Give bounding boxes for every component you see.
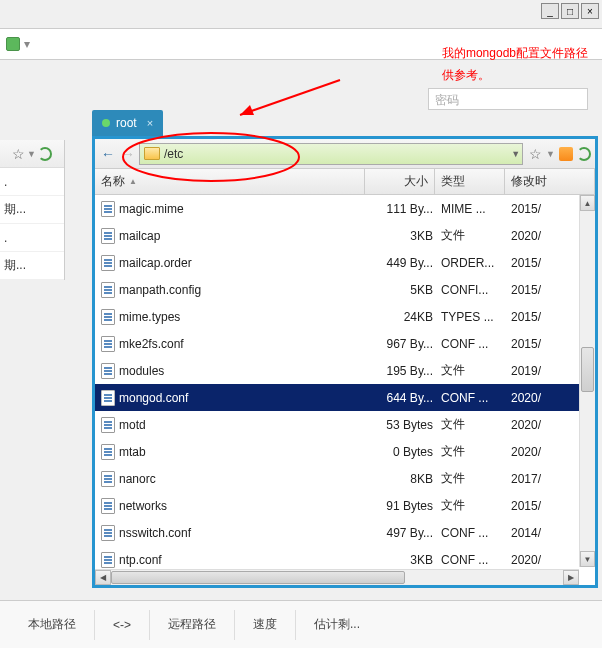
table-row[interactable]: nanorc8KB文件2017/ [95, 465, 595, 492]
file-size: 24KB [371, 310, 441, 324]
table-row[interactable]: mime.types24KBTYPES ...2015/ [95, 303, 595, 330]
table-row[interactable]: nsswitch.conf497 By...CONF ...2014/ [95, 519, 595, 546]
table-row[interactable]: magic.mime111 By...MIME ...2015/ [95, 195, 595, 222]
file-type: CONF ... [441, 553, 511, 567]
column-name[interactable]: 名称▲ [95, 169, 365, 194]
vertical-scrollbar[interactable]: ▲ ▼ [579, 195, 595, 567]
file-name: mongod.conf [119, 391, 188, 405]
file-name: ntp.conf [119, 553, 162, 567]
scroll-thumb-vertical[interactable] [581, 347, 594, 392]
status-remote-path: 远程路径 [150, 610, 235, 640]
file-name: modules [119, 364, 164, 378]
file-type: 文件 [441, 227, 511, 244]
file-icon [101, 390, 115, 406]
bookmark-icon[interactable]: ☆ [529, 146, 542, 162]
column-modified[interactable]: 修改时 [505, 169, 595, 194]
file-type: MIME ... [441, 202, 511, 216]
file-type: 文件 [441, 470, 511, 487]
path-dropdown-icon[interactable]: ▼ [511, 149, 520, 159]
status-eta: 估计剩... [296, 610, 378, 640]
scroll-down-button[interactable]: ▼ [580, 551, 595, 567]
left-sidebar: ☆ ▼ .期....期... [0, 140, 65, 280]
table-row[interactable]: manpath.config5KBCONFI...2015/ [95, 276, 595, 303]
table-row[interactable]: modules195 By...文件2019/ [95, 357, 595, 384]
forward-button[interactable]: → [119, 145, 137, 163]
file-type: 文件 [441, 362, 511, 379]
file-type: TYPES ... [441, 310, 511, 324]
home-icon[interactable] [559, 147, 573, 161]
folder-icon [144, 147, 160, 160]
connection-indicator-icon [6, 37, 20, 51]
bookmark-dropdown-icon[interactable]: ▼ [546, 149, 555, 159]
file-icon [101, 363, 115, 379]
table-row[interactable]: mke2fs.conf967 By...CONF ...2015/ [95, 330, 595, 357]
file-name: mime.types [119, 310, 180, 324]
toolbar-separator: ▾ [24, 37, 30, 51]
table-row[interactable]: mailcap.order449 By...ORDER...2015/ [95, 249, 595, 276]
file-size: 3KB [371, 229, 441, 243]
session-tab[interactable]: root × [92, 110, 163, 136]
horizontal-scrollbar[interactable]: ◀ ▶ [95, 569, 579, 585]
favorite-icon[interactable]: ☆ [12, 146, 25, 162]
file-type: CONFI... [441, 283, 511, 297]
sidebar-item[interactable]: . [0, 224, 64, 252]
table-row[interactable]: mongod.conf644 By...CONF ...2020/ [95, 384, 595, 411]
minimize-button[interactable]: _ [541, 3, 559, 19]
table-row[interactable]: mtab0 Bytes文件2020/ [95, 438, 595, 465]
file-icon [101, 552, 115, 568]
table-row[interactable]: networks91 Bytes文件2015/ [95, 492, 595, 519]
refresh-button[interactable] [577, 147, 591, 161]
annotation-text: 我的mongodb配置文件路径 供参考。 [442, 42, 588, 86]
path-input[interactable]: /etc ▼ [139, 143, 523, 165]
file-icon [101, 417, 115, 433]
file-name: networks [119, 499, 167, 513]
table-row[interactable]: mailcap3KB文件2020/ [95, 222, 595, 249]
scroll-thumb-horizontal[interactable] [111, 571, 405, 584]
file-size: 449 By... [371, 256, 441, 270]
sidebar-item[interactable]: 期... [0, 196, 64, 224]
file-icon [101, 498, 115, 514]
file-icon [101, 309, 115, 325]
file-list: magic.mime111 By...MIME ...2015/mailcap3… [95, 195, 595, 585]
file-icon [101, 201, 115, 217]
scroll-up-button[interactable]: ▲ [580, 195, 595, 211]
annotation-line-1: 我的mongodb配置文件路径 [442, 42, 588, 64]
file-size: 53 Bytes [371, 418, 441, 432]
refresh-icon[interactable] [38, 147, 52, 161]
session-tab-label: root [116, 116, 137, 130]
status-local-path: 本地路径 [10, 610, 95, 640]
sidebar-item[interactable]: . [0, 168, 64, 196]
scroll-right-button[interactable]: ▶ [563, 570, 579, 585]
column-size[interactable]: 大小 [365, 169, 435, 194]
file-icon [101, 525, 115, 541]
file-type: 文件 [441, 497, 511, 514]
file-type: ORDER... [441, 256, 511, 270]
sidebar-item[interactable]: 期... [0, 252, 64, 280]
file-icon [101, 444, 115, 460]
svg-line-0 [240, 80, 340, 115]
file-name: nanorc [119, 472, 156, 486]
file-name: mailcap [119, 229, 160, 243]
close-button[interactable]: × [581, 3, 599, 19]
file-size: 8KB [371, 472, 441, 486]
file-icon [101, 228, 115, 244]
file-type: CONF ... [441, 391, 511, 405]
file-size: 0 Bytes [371, 445, 441, 459]
password-input[interactable]: 密码 [428, 88, 588, 110]
file-type: 文件 [441, 443, 511, 460]
table-row[interactable]: motd53 Bytes文件2020/ [95, 411, 595, 438]
back-button[interactable]: ← [99, 145, 117, 163]
file-size: 644 By... [371, 391, 441, 405]
file-browser-panel: ← → /etc ▼ ☆ ▼ 名称▲ 大小 类型 修改时 magic.mime1… [92, 136, 598, 588]
tab-close-icon[interactable]: × [147, 117, 153, 129]
file-name: motd [119, 418, 146, 432]
dropdown-icon[interactable]: ▼ [27, 149, 36, 159]
file-icon [101, 255, 115, 271]
scroll-left-button[interactable]: ◀ [95, 570, 111, 585]
maximize-button[interactable]: □ [561, 3, 579, 19]
file-size: 5KB [371, 283, 441, 297]
column-type[interactable]: 类型 [435, 169, 505, 194]
file-table-header: 名称▲ 大小 类型 修改时 [95, 169, 595, 195]
file-name: mailcap.order [119, 256, 192, 270]
file-name: mtab [119, 445, 146, 459]
